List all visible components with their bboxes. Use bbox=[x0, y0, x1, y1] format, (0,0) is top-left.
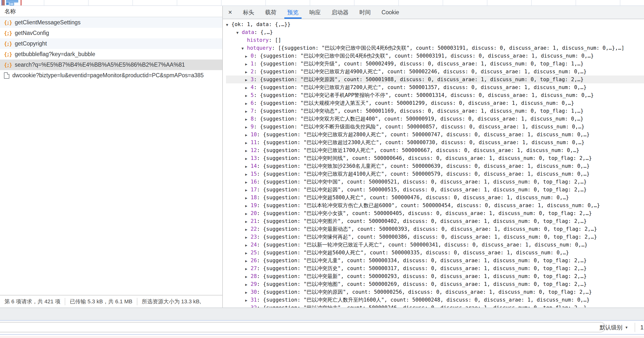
json-tree-row[interactable]: ▶10: {suggestion: "巴以冲突已致双方超2800人死亡", co… bbox=[226, 131, 644, 138]
tab-启动器[interactable]: 启动器 bbox=[326, 6, 354, 19]
expand-arrow-icon[interactable]: ▶ bbox=[245, 257, 250, 265]
expand-arrow-icon[interactable]: ▶ bbox=[245, 123, 250, 131]
json-tree-row[interactable]: ▶7: {suggestion: "巴以冲突动态", count: 500001… bbox=[226, 107, 644, 115]
json-key: 12 bbox=[250, 147, 257, 153]
table-row[interactable]: {;}search?q=%E5%B7%B4%E4%BB%A5%E5%86%B2%… bbox=[0, 59, 222, 70]
json-tree-row[interactable]: ▼hotquery: [{suggestion: "巴以冲突已致中国公民4死6伤… bbox=[226, 44, 644, 52]
json-tree-row[interactable]: ▶26: {suggestion: "巴以冲突儿童", count: 50000… bbox=[226, 257, 644, 265]
json-tree-row[interactable]: ▶19: {suggestion: "巴以本轮冲突双方伤亡人数已超6000", … bbox=[226, 201, 644, 209]
expand-arrow-icon[interactable]: ▶ bbox=[245, 202, 250, 210]
expand-arrow-icon[interactable]: ▶ bbox=[245, 273, 250, 281]
json-tree-row[interactable]: ▶29: {suggestion: "巴以冲突地图", count: 50000… bbox=[226, 280, 644, 288]
tab-预览[interactable]: 预览 bbox=[282, 6, 304, 19]
json-tree-row[interactable]: ▶15: {suggestion: "巴以冲突已致双方超4100人死亡", co… bbox=[226, 170, 644, 178]
json-tree-row[interactable]: ▶11: {suggestion: "巴以冲突已致超过2300人死亡", cou… bbox=[226, 138, 644, 146]
log-level-dropdown[interactable]: 默认级别 ▼ bbox=[600, 321, 628, 334]
json-tree-row[interactable]: ▶21: {suggestion: "巴以冲突图片", count: 50000… bbox=[226, 217, 644, 225]
expand-arrow-icon[interactable]: ▶ bbox=[245, 68, 250, 76]
overview-dcl-event-marker bbox=[2, 0, 3, 5]
json-tree-row[interactable]: ▶14: {suggestion: "巴以冲突致加沙2360名儿童死亡", co… bbox=[226, 162, 644, 170]
json-tree-row[interactable]: ▶4: {suggestion: "巴以冲突已致双方超7200人死亡", cou… bbox=[226, 83, 644, 91]
expand-arrow-icon[interactable]: ▼ bbox=[242, 44, 247, 52]
table-row[interactable]: dwcookie?biztype=lu&eventid=pageMonitor&… bbox=[0, 70, 222, 81]
json-tree-row[interactable]: ▶17: {suggestion: "巴以冲突起因", count: 50000… bbox=[226, 186, 644, 194]
json-tree-row[interactable]: history: [] bbox=[226, 36, 644, 44]
json-tree-row[interactable]: ▶28: {suggestion: "巴以冲突最新", count: 50000… bbox=[226, 272, 644, 280]
json-tree-row[interactable]: ▶12: {suggestion: "巴以冲突已致近1700人死亡", coun… bbox=[226, 146, 644, 154]
expand-arrow-icon[interactable]: ▶ bbox=[245, 76, 250, 84]
column-header-name[interactable]: 名称 bbox=[0, 6, 222, 17]
expand-arrow-icon[interactable]: ▶ bbox=[245, 147, 250, 155]
expand-arrow-icon[interactable]: ▶ bbox=[245, 226, 250, 233]
expand-arrow-icon[interactable]: ▶ bbox=[245, 84, 250, 92]
json-tree-row[interactable]: ▼data: {,…} bbox=[226, 28, 644, 36]
expand-arrow-icon[interactable]: ▶ bbox=[245, 131, 250, 139]
expand-arrow-icon[interactable]: ▶ bbox=[245, 60, 250, 68]
json-tree-row[interactable]: ▶2: {suggestion: "巴以冲突已致双方超4900人死亡", cou… bbox=[226, 68, 644, 75]
tab-Cookie[interactable]: Cookie bbox=[376, 6, 405, 19]
expand-arrow-icon[interactable]: ▶ bbox=[245, 155, 250, 163]
json-tree-row[interactable]: ▶6: {suggestion: "巴以大规模冲突进入第五天", count: … bbox=[226, 99, 644, 107]
json-tree-row[interactable]: ▶16: {suggestion: "巴以冲突中国", count: 50000… bbox=[226, 178, 644, 186]
expand-arrow-icon[interactable]: ▶ bbox=[245, 163, 250, 170]
json-tree-row[interactable]: ▶0: {suggestion: "巴以冲突已致中国公民4死6伤2失联", co… bbox=[226, 52, 644, 60]
expand-arrow-icon[interactable]: ▶ bbox=[245, 289, 250, 297]
expand-arrow-icon[interactable]: ▶ bbox=[245, 281, 250, 289]
json-value: : {suggestion: "巴以冲突死亡人数升至约1600人", count… bbox=[257, 297, 590, 303]
expand-arrow-icon[interactable]: ▶ bbox=[245, 218, 250, 226]
network-overview-timeline[interactable] bbox=[0, 0, 644, 6]
json-tree-row[interactable]: ▶9: {suggestion: "巴以冲突不断升级面临失控风险", count… bbox=[226, 123, 644, 131]
table-row[interactable]: {;}getbubbleflag?key=dark_bubble bbox=[0, 49, 222, 59]
expand-arrow-icon[interactable]: ▶ bbox=[245, 115, 250, 123]
json-tree-row[interactable]: ▶18: {suggestion: "巴以冲突超5800人死亡", count:… bbox=[226, 194, 644, 201]
expand-arrow-icon[interactable]: ▶ bbox=[245, 241, 250, 249]
expand-arrow-icon[interactable]: ▶ bbox=[245, 297, 250, 304]
expand-arrow-icon[interactable]: ▶ bbox=[245, 194, 250, 202]
json-tree-row[interactable]: ▶23: {suggestion: "巴以冲突缘何再起", count: 500… bbox=[226, 233, 644, 241]
json-value: : {,…} bbox=[254, 29, 273, 35]
json-tree-row[interactable]: ▶32: {suggestion: "巴以冲突始末", count: 50000… bbox=[226, 304, 644, 308]
json-tree-row[interactable]: ▶31: {suggestion: "巴以冲突死亡人数升至约1600人", co… bbox=[226, 296, 644, 304]
json-request-icon: {;} bbox=[4, 41, 12, 47]
expand-arrow-icon[interactable]: ▶ bbox=[245, 304, 250, 308]
tab-响应[interactable]: 响应 bbox=[304, 6, 326, 19]
json-value: : {suggestion: "巴以大规模冲突进入第五天", count: 50… bbox=[254, 100, 574, 106]
expand-arrow-icon[interactable]: ▶ bbox=[245, 210, 250, 218]
json-tree-row[interactable]: ▶8: {suggestion: "巴以冲突双方死亡人数已超400", coun… bbox=[226, 115, 644, 123]
tab-时间[interactable]: 时间 bbox=[354, 6, 376, 19]
json-tree-row[interactable]: ▶1: {suggestion: "巴以冲突升级", count: 500002… bbox=[226, 60, 644, 68]
json-tree-row[interactable]: ▶3: {suggestion: "巴以冲突原因", count: 500001… bbox=[226, 75, 644, 83]
expand-arrow-icon[interactable]: ▶ bbox=[245, 139, 250, 147]
json-key: 16 bbox=[250, 179, 257, 185]
expand-arrow-icon[interactable]: ▼ bbox=[226, 21, 232, 29]
table-row[interactable]: {;}getNavConfig bbox=[0, 28, 222, 38]
json-tree-row[interactable]: ▶24: {suggestion: "巴以新一轮冲突已致近千人死亡", coun… bbox=[226, 241, 644, 249]
expand-arrow-icon[interactable]: ▶ bbox=[245, 249, 250, 257]
json-tree-row[interactable]: ▶22: {suggestion: "巴以冲突最新动态", count: 500… bbox=[226, 225, 644, 233]
close-detail-button[interactable]: × bbox=[223, 6, 238, 19]
issue-count[interactable]: 1 bbox=[640, 321, 644, 334]
json-tree-row[interactable]: ▶20: {suggestion: "巴以冲突小女孩", count: 5000… bbox=[226, 209, 644, 217]
expand-arrow-icon[interactable]: ▶ bbox=[245, 92, 250, 100]
expand-arrow-icon[interactable]: ▶ bbox=[245, 100, 250, 107]
table-row[interactable]: {;}getCopyright bbox=[0, 38, 222, 49]
expand-arrow-icon[interactable]: ▶ bbox=[245, 265, 250, 273]
tab-标头[interactable]: 标头 bbox=[238, 6, 260, 19]
expand-arrow-icon[interactable]: ▶ bbox=[245, 178, 250, 186]
table-row[interactable]: {;}getClientMessageSettings bbox=[0, 17, 222, 28]
json-tree-row[interactable]: ▶5: {suggestion: "巴以冲突记者手机APP警报响个不停", co… bbox=[226, 91, 644, 99]
expand-arrow-icon[interactable]: ▶ bbox=[245, 107, 250, 115]
expand-arrow-icon[interactable]: ▶ bbox=[245, 170, 250, 178]
expand-arrow-icon[interactable]: ▶ bbox=[245, 186, 250, 194]
network-request-panel: 名称 {;}getClientMessageSettings{;}getNavC… bbox=[0, 6, 223, 308]
expand-arrow-icon[interactable]: ▼ bbox=[236, 29, 242, 37]
json-tree-row[interactable]: ▶30: {suggestion: "巴以冲突的原因", count: 5000… bbox=[226, 288, 644, 296]
json-tree-row[interactable]: ▶25: {suggestion: "巴以冲突超5600人死亡", count:… bbox=[226, 249, 644, 257]
json-tree-row[interactable]: ▼{ok: 1, data: {,…}} bbox=[226, 20, 644, 28]
console-filter-input[interactable] bbox=[0, 322, 606, 332]
expand-arrow-icon[interactable]: ▶ bbox=[245, 233, 250, 241]
json-tree-row[interactable]: ▶27: {suggestion: "巴以冲突历史", count: 50000… bbox=[226, 265, 644, 272]
expand-arrow-icon[interactable]: ▶ bbox=[245, 52, 250, 60]
json-tree-row[interactable]: ▶13: {suggestion: "巴以冲突时间线", count: 5000… bbox=[226, 154, 644, 162]
tab-载荷[interactable]: 载荷 bbox=[260, 6, 282, 19]
